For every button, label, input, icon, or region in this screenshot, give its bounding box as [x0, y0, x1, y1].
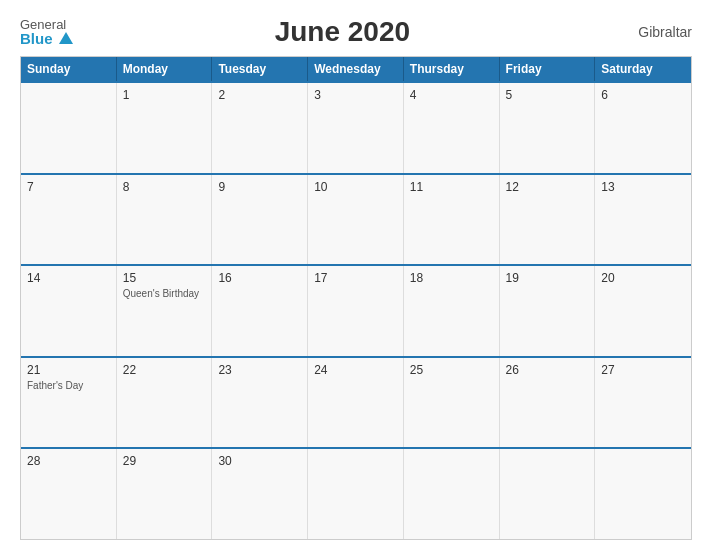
week-row-3: 1415Queen's Birthday1617181920 [21, 264, 691, 356]
cell-w1-d6: 5 [500, 83, 596, 173]
day-number: 1 [123, 88, 206, 102]
cell-w2-d4: 10 [308, 175, 404, 265]
cell-w4-d2: 22 [117, 358, 213, 448]
calendar-body: 123456789101112131415Queen's Birthday161… [21, 81, 691, 539]
header: General Blue June 2020 Gibraltar [20, 16, 692, 48]
day-number: 25 [410, 363, 493, 377]
cell-w2-d7: 13 [595, 175, 691, 265]
day-number: 16 [218, 271, 301, 285]
cell-w2-d5: 11 [404, 175, 500, 265]
day-number: 2 [218, 88, 301, 102]
day-number: 12 [506, 180, 589, 194]
week-row-4: 21Father's Day222324252627 [21, 356, 691, 448]
week-row-1: 123456 [21, 81, 691, 173]
day-number: 19 [506, 271, 589, 285]
day-number: 20 [601, 271, 685, 285]
day-number: 10 [314, 180, 397, 194]
cell-w2-d6: 12 [500, 175, 596, 265]
holiday-label: Queen's Birthday [123, 287, 206, 300]
day-number: 21 [27, 363, 110, 377]
cell-w4-d1: 21Father's Day [21, 358, 117, 448]
cell-w1-d3: 2 [212, 83, 308, 173]
day-number: 28 [27, 454, 110, 468]
col-friday: Friday [500, 57, 596, 81]
day-number: 17 [314, 271, 397, 285]
calendar-header-row: Sunday Monday Tuesday Wednesday Thursday… [21, 57, 691, 81]
day-number: 14 [27, 271, 110, 285]
logo-blue-text: Blue [20, 31, 73, 46]
day-number: 29 [123, 454, 206, 468]
logo-triangle-icon [59, 32, 73, 44]
cell-w5-d6 [500, 449, 596, 539]
cell-w5-d5 [404, 449, 500, 539]
cell-w4-d5: 25 [404, 358, 500, 448]
col-saturday: Saturday [595, 57, 691, 81]
day-number: 15 [123, 271, 206, 285]
day-number: 9 [218, 180, 301, 194]
calendar-page: General Blue June 2020 Gibraltar Sunday … [0, 0, 712, 550]
week-row-2: 78910111213 [21, 173, 691, 265]
cell-w3-d6: 19 [500, 266, 596, 356]
day-number: 11 [410, 180, 493, 194]
cell-w1-d1 [21, 83, 117, 173]
holiday-label: Father's Day [27, 379, 110, 392]
cell-w1-d7: 6 [595, 83, 691, 173]
cell-w2-d1: 7 [21, 175, 117, 265]
calendar-grid: Sunday Monday Tuesday Wednesday Thursday… [20, 56, 692, 540]
calendar-title: June 2020 [73, 16, 612, 48]
logo: General Blue [20, 18, 73, 46]
cell-w2-d2: 8 [117, 175, 213, 265]
cell-w5-d4 [308, 449, 404, 539]
day-number: 4 [410, 88, 493, 102]
day-number: 24 [314, 363, 397, 377]
cell-w5-d3: 30 [212, 449, 308, 539]
day-number: 27 [601, 363, 685, 377]
col-sunday: Sunday [21, 57, 117, 81]
cell-w3-d1: 14 [21, 266, 117, 356]
cell-w3-d2: 15Queen's Birthday [117, 266, 213, 356]
cell-w1-d5: 4 [404, 83, 500, 173]
cell-w3-d5: 18 [404, 266, 500, 356]
day-number: 8 [123, 180, 206, 194]
cell-w5-d1: 28 [21, 449, 117, 539]
cell-w1-d2: 1 [117, 83, 213, 173]
cell-w3-d7: 20 [595, 266, 691, 356]
day-number: 3 [314, 88, 397, 102]
day-number: 18 [410, 271, 493, 285]
location-label: Gibraltar [612, 24, 692, 40]
cell-w2-d3: 9 [212, 175, 308, 265]
day-number: 7 [27, 180, 110, 194]
day-number: 30 [218, 454, 301, 468]
col-monday: Monday [117, 57, 213, 81]
week-row-5: 282930 [21, 447, 691, 539]
day-number: 5 [506, 88, 589, 102]
cell-w4-d3: 23 [212, 358, 308, 448]
day-number: 13 [601, 180, 685, 194]
col-wednesday: Wednesday [308, 57, 404, 81]
day-number: 6 [601, 88, 685, 102]
cell-w4-d7: 27 [595, 358, 691, 448]
cell-w5-d7 [595, 449, 691, 539]
day-number: 22 [123, 363, 206, 377]
day-number: 26 [506, 363, 589, 377]
col-thursday: Thursday [404, 57, 500, 81]
day-number: 23 [218, 363, 301, 377]
cell-w5-d2: 29 [117, 449, 213, 539]
cell-w4-d6: 26 [500, 358, 596, 448]
col-tuesday: Tuesday [212, 57, 308, 81]
cell-w4-d4: 24 [308, 358, 404, 448]
cell-w1-d4: 3 [308, 83, 404, 173]
cell-w3-d4: 17 [308, 266, 404, 356]
logo-blue-word: Blue [20, 30, 53, 47]
cell-w3-d3: 16 [212, 266, 308, 356]
